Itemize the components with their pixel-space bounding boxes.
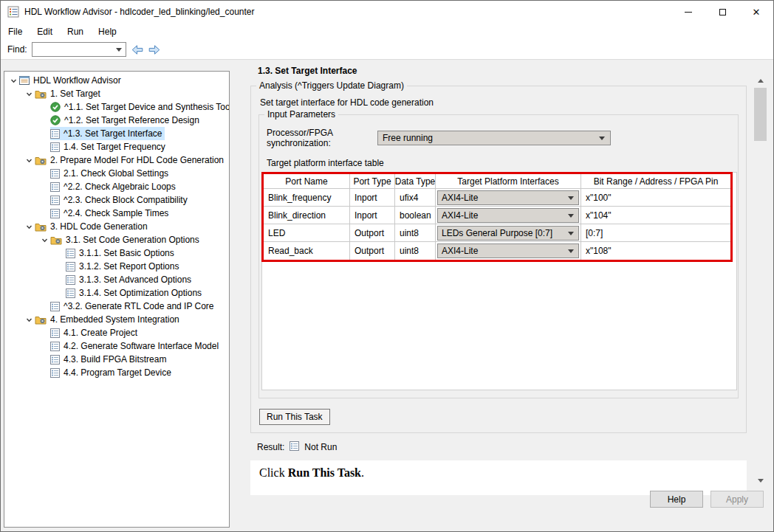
interface-cell: AXI4-Lite — [436, 207, 581, 224]
help-button[interactable]: Help — [650, 491, 703, 508]
window-title: HDL Workflow Advisor - hdlcoder_led_blin… — [24, 7, 255, 17]
tree-item[interactable]: 3.1.3. Set Advanced Options — [4, 273, 229, 286]
tree-item[interactable]: ^2.2. Check Algebraic Loops — [4, 180, 229, 193]
interface-combobox[interactable]: AXI4-Lite — [437, 243, 579, 258]
report-text-prefix: Click — [259, 466, 288, 479]
window-controls: ✕ — [671, 1, 773, 23]
run-this-task-button[interactable]: Run This Task — [259, 409, 330, 425]
analysis-group: Analysis (^Triggers Update Diagram) Set … — [250, 86, 747, 433]
tree-item[interactable]: 3.1.4. Set Optimization Options — [4, 286, 229, 300]
analysis-group-legend: Analysis (^Triggers Update Diagram) — [256, 80, 407, 91]
tree-item-label: ^1.3. Set Target Interface — [64, 128, 162, 139]
find-next-button[interactable] — [148, 45, 160, 55]
maximize-button[interactable] — [705, 1, 739, 23]
tree-item-label: 2. Prepare Model For HDL Code Generation — [50, 155, 224, 165]
tree-item[interactable]: ^3.2. Generate RTL Code and IP Core — [4, 300, 229, 313]
tree-item[interactable]: ^2.4. Check Sample Times — [4, 207, 229, 220]
find-input[interactable] — [32, 42, 126, 57]
maximize-icon — [719, 9, 726, 15]
menu-run[interactable]: Run — [60, 24, 91, 39]
task-icon — [50, 142, 60, 152]
task-title: 1.3. Set Target Interface — [258, 66, 756, 76]
task-panel: 1.3. Set Target Interface Analysis (^Tri… — [245, 64, 756, 495]
table-header-cell: Data Type — [395, 174, 436, 189]
highlight-rectangle: Port NamePort TypeData TypeTarget Platfo… — [261, 172, 733, 262]
task-icon — [50, 302, 60, 311]
tree-item[interactable]: 4.2. Generate Software Interface Model — [4, 339, 229, 353]
tree-item[interactable]: 4.3. Build FPGA Bitstream — [4, 353, 229, 366]
check-icon — [50, 102, 61, 112]
task-icon — [66, 262, 75, 272]
task-icon — [66, 275, 75, 285]
tree-expander-icon[interactable] — [23, 157, 35, 164]
tree-item[interactable]: 2. Prepare Model For HDL Code Generation — [4, 153, 229, 167]
tree-item[interactable]: 3.1.2. Set Report Options — [4, 260, 229, 273]
tree-item-label: 1. Set Target — [50, 89, 100, 99]
tree-expander-icon[interactable] — [38, 237, 50, 243]
table-header-cell: Target Platform Interfaces — [436, 174, 581, 189]
task-icon — [50, 129, 60, 139]
tree-item[interactable]: 4.1. Create Project — [4, 326, 229, 339]
scrollbar-up-icon[interactable] — [754, 75, 767, 87]
interface-table-body: Blink_frequencyInportufix4AXI4-Litex"100… — [264, 189, 730, 260]
task-icon — [50, 196, 60, 205]
tree-item[interactable]: 3. HDL Code Generation — [4, 220, 229, 233]
bit-range-cell[interactable]: x"104" — [581, 207, 730, 224]
find-previous-button[interactable] — [131, 45, 143, 55]
tree-expander-icon[interactable] — [23, 91, 35, 97]
interface-cell: AXI4-Lite — [436, 189, 581, 207]
tree-item[interactable]: 3.1. Set Code Generation Options — [4, 233, 229, 246]
task-icon — [50, 368, 60, 378]
tree-item-label: 4.3. Build FPGA Bitstream — [64, 354, 166, 365]
scrollbar-down-icon[interactable] — [754, 474, 767, 487]
tree-item[interactable]: ^1.1. Set Target Device and Synthesis To… — [4, 100, 229, 114]
bit-range-cell[interactable]: x"100" — [581, 189, 730, 207]
tree-item[interactable]: ^1.2. Set Target Reference Design — [4, 114, 229, 127]
table-row: Blink_directionInportbooleanAXI4-Litex"1… — [264, 207, 730, 224]
tree-item[interactable]: ^1.3. Set Target Interface — [4, 127, 229, 140]
result-value: Not Run — [304, 442, 337, 452]
menu-edit[interactable]: Edit — [30, 24, 60, 39]
input-parameters-group: Input Parameters Processor/FPGA synchron… — [258, 114, 739, 398]
interface-combobox[interactable]: AXI4-Lite — [437, 208, 579, 223]
find-dropdown-arrow-icon[interactable] — [113, 44, 125, 55]
tree-expander-icon[interactable] — [7, 77, 19, 84]
tree-item-label: 4. Embedded System Integration — [50, 314, 179, 325]
close-button[interactable]: ✕ — [739, 1, 773, 23]
data-type-cell: uint8 — [395, 224, 436, 242]
vertical-scrollbar[interactable] — [754, 75, 767, 487]
tree-item-label: 3. HDL Code Generation — [50, 221, 148, 232]
scrollbar-thumb[interactable] — [754, 88, 767, 141]
port-name-cell: Read_back — [264, 242, 350, 260]
sync-combobox[interactable]: Free running — [377, 131, 611, 145]
bit-range-cell[interactable]: [0:7] — [581, 224, 730, 242]
interface-combobox[interactable]: LEDs General Purpose [0:7] — [437, 226, 579, 241]
tree-item[interactable]: 1. Set Target — [4, 87, 229, 100]
minimize-button[interactable] — [671, 1, 705, 23]
tree-item-label: 3.1. Set Code Generation Options — [66, 235, 199, 245]
tree-expander-icon[interactable] — [23, 224, 35, 230]
report-bold-text: Run This Task — [288, 466, 361, 479]
port-name-cell: LED — [264, 224, 350, 242]
menu-file[interactable]: File — [1, 24, 30, 39]
tree-item[interactable]: 1.4. Set Target Frequency — [4, 140, 229, 153]
task-icon — [66, 249, 75, 258]
result-label: Result: — [257, 442, 284, 452]
tree-item[interactable]: 2.1. Check Global Settings — [4, 167, 229, 180]
menu-help[interactable]: Help — [91, 24, 124, 39]
interface-combobox[interactable]: AXI4-Lite — [437, 190, 579, 205]
apply-button[interactable]: Apply — [710, 491, 764, 508]
tree-item[interactable]: 4.4. Program Target Device — [4, 366, 229, 379]
tree-item-label: 4.4. Program Target Device — [64, 367, 171, 378]
tree-item[interactable]: 4. Embedded System Integration — [4, 313, 229, 326]
workflow-tree: HDL Workflow Advisor1. Set Target^1.1. S… — [4, 71, 230, 528]
tree-item-label: ^1.2. Set Target Reference Design — [64, 115, 199, 125]
tree-item[interactable]: ^2.3. Check Block Compatibility — [4, 193, 229, 207]
tree-item[interactable]: HDL Workflow Advisor — [4, 74, 229, 87]
data-type-cell: uint8 — [395, 242, 436, 260]
tree-item-label: 2.1. Check Global Settings — [64, 168, 168, 179]
tree-expander-icon[interactable] — [23, 317, 35, 323]
bit-range-cell[interactable]: x"108" — [581, 242, 730, 260]
tree-item[interactable]: 3.1.1. Set Basic Options — [4, 246, 229, 260]
report-text-suffix: . — [361, 466, 364, 479]
